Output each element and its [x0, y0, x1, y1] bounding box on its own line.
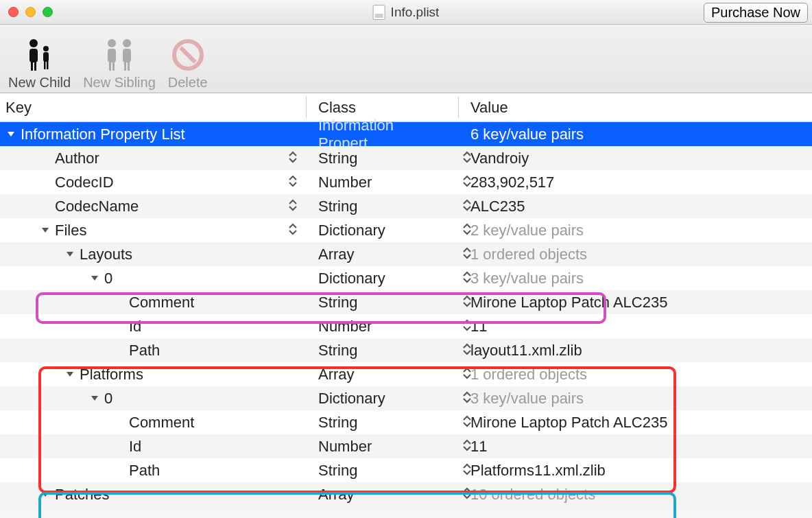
tree-row[interactable]: Platforms Array 1 ordered objects — [0, 362, 812, 386]
disclosure-triangle-icon[interactable] — [41, 226, 51, 235]
stepper-icon[interactable] — [462, 318, 472, 332]
svg-point-4 — [43, 46, 49, 51]
stepper-icon[interactable] — [462, 390, 472, 404]
row-key: 0 — [104, 390, 112, 408]
stepper-icon[interactable] — [462, 150, 472, 164]
stepper-icon[interactable] — [288, 174, 298, 188]
svg-rect-5 — [43, 52, 49, 62]
row-class: String — [306, 290, 458, 314]
disclosure-spacer — [41, 154, 51, 163]
tree-row[interactable]: Patches Array 10 ordered objects — [0, 482, 812, 506]
stepper-icon[interactable] — [462, 438, 472, 452]
row-key: Layouts — [80, 246, 132, 263]
svg-rect-6 — [44, 61, 46, 69]
column-key[interactable]: Key — [0, 99, 306, 117]
stepper-icon[interactable] — [462, 246, 472, 260]
new-sibling-label: New Sibling — [83, 75, 156, 91]
tree-row[interactable]: Path String layout11.xml.zlib — [0, 338, 812, 362]
tree-row[interactable]: 0 Dictionary 3 key/value pairs — [0, 266, 812, 290]
row-class: Number — [306, 434, 458, 458]
stepper-icon[interactable] — [462, 366, 472, 380]
stepper-icon[interactable] — [462, 174, 472, 188]
new-sibling-button: New Sibling — [83, 27, 156, 91]
tree-row[interactable]: Information Property List Information Pr… — [0, 122, 812, 146]
row-value: Mirone Laptop Patch ALC235 — [458, 410, 812, 434]
stepper-icon[interactable] — [462, 294, 472, 308]
tree-row[interactable]: Comment String Mirone Laptop Patch ALC23… — [0, 410, 812, 434]
row-value: ALC235 — [458, 194, 812, 218]
row-class: Dictionary — [306, 266, 458, 290]
tree-row[interactable]: CodecName String ALC235 — [0, 194, 812, 218]
tree-row[interactable]: Layouts Array 1 ordered objects — [0, 242, 812, 266]
stepper-icon[interactable] — [288, 150, 298, 164]
row-class: Dictionary — [306, 386, 458, 410]
row-value: 10 ordered objects — [458, 482, 812, 506]
svg-point-12 — [123, 39, 131, 47]
disclosure-spacer — [115, 322, 125, 331]
row-value: 283,902,517 — [458, 170, 812, 194]
row-key: Id — [129, 318, 141, 335]
disclosure-spacer — [115, 346, 125, 355]
tree-row[interactable]: CodecID Number 283,902,517 — [0, 170, 812, 194]
row-value: 1 ordered objects — [458, 242, 812, 266]
disclosure-triangle-icon[interactable] — [41, 490, 51, 499]
stepper-icon[interactable] — [462, 486, 472, 500]
disclosure-triangle-icon[interactable] — [7, 130, 16, 139]
column-class[interactable]: Class — [306, 99, 458, 117]
row-class: String — [306, 194, 458, 218]
tree-row[interactable]: Author String Vandroiy — [0, 146, 812, 170]
svg-rect-1 — [29, 49, 38, 62]
new-sibling-icon — [101, 35, 138, 75]
row-value: 3 key/value pairs — [458, 386, 812, 410]
purchase-button[interactable]: Purchase Now — [704, 3, 808, 23]
tree-row[interactable]: Files Dictionary 2 key/value pairs — [0, 218, 812, 242]
svg-rect-7 — [47, 61, 49, 69]
stepper-icon[interactable] — [462, 342, 472, 356]
stepper-icon[interactable] — [288, 198, 298, 212]
delete-label: Delete — [168, 75, 208, 91]
purchase-area: Purchase Now — [704, 3, 808, 23]
column-value[interactable]: Value — [458, 99, 812, 117]
stepper-icon[interactable] — [462, 270, 472, 284]
minimize-icon[interactable] — [25, 7, 36, 17]
svg-rect-10 — [109, 61, 111, 71]
new-child-label: New Child — [8, 75, 71, 91]
row-key: Path — [129, 342, 160, 360]
disclosure-triangle-icon[interactable] — [66, 250, 75, 259]
row-key: Platforms — [80, 366, 143, 384]
row-class: Dictionary — [306, 218, 458, 242]
stepper-icon[interactable] — [462, 222, 472, 236]
stepper-icon[interactable] — [462, 198, 472, 212]
svg-rect-13 — [123, 49, 131, 62]
tree-row[interactable]: Id Number 11 — [0, 314, 812, 338]
stepper-icon[interactable] — [462, 462, 472, 476]
row-value: 11 — [458, 314, 812, 338]
row-class: String — [306, 410, 458, 434]
stepper-icon[interactable] — [288, 222, 298, 236]
new-child-button[interactable]: New Child — [8, 27, 71, 91]
row-value: 11 — [458, 434, 812, 458]
disclosure-triangle-icon[interactable] — [66, 370, 75, 379]
titlebar: Info.plist Purchase Now — [0, 0, 812, 25]
disclosure-triangle-icon[interactable] — [91, 274, 100, 283]
disclosure-triangle-icon[interactable] — [91, 394, 100, 403]
plist-tree[interactable]: Information Property List Information Pr… — [0, 122, 812, 506]
stepper-icon[interactable] — [462, 414, 472, 428]
close-icon[interactable] — [8, 7, 19, 17]
column-divider[interactable] — [458, 97, 459, 118]
row-key: Id — [129, 438, 141, 456]
delete-button: Delete — [168, 27, 208, 91]
tree-row[interactable]: Comment String Mirone Laptop Patch ALC23… — [0, 290, 812, 314]
row-class: Array — [306, 242, 458, 266]
disclosure-spacer — [41, 202, 51, 211]
tree-row[interactable]: 0 Dictionary 3 key/value pairs — [0, 386, 812, 410]
column-divider[interactable] — [306, 97, 307, 118]
tree-row[interactable]: Id Number 11 — [0, 434, 812, 458]
disclosure-spacer — [41, 178, 51, 187]
window-controls — [0, 7, 53, 17]
row-value: Mirone Laptop Patch ALC235 — [458, 290, 812, 314]
window-title-text: Info.plist — [391, 5, 440, 20]
zoom-icon[interactable] — [43, 7, 53, 17]
row-value: 3 key/value pairs — [458, 266, 812, 290]
tree-row[interactable]: Path String Platforms11.xml.zlib — [0, 458, 812, 482]
